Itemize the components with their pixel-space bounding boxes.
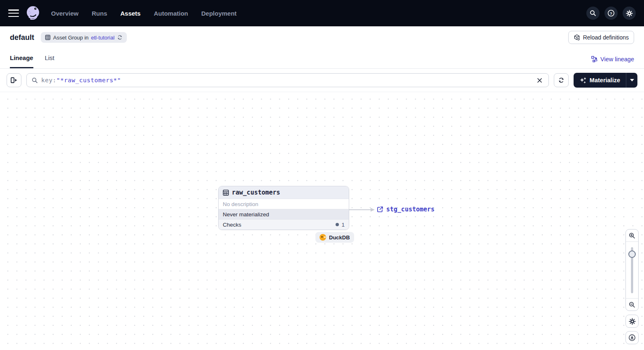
zoom-slider[interactable] <box>626 242 638 298</box>
materialize-dropdown-button[interactable] <box>626 73 637 88</box>
lineage-canvas[interactable]: raw_customers No description Never mater… <box>0 92 644 350</box>
help-button[interactable]: ? <box>604 7 618 20</box>
materialize-button[interactable]: Materialize <box>574 73 626 88</box>
filter-value-text: "*raw_customers*" <box>56 77 121 83</box>
lineage-toolbar: key:"*raw_customers*" Materialize <box>0 69 644 92</box>
top-navbar: Overview Runs Assets Automation Deployme… <box>0 0 644 26</box>
downstream-asset-stg-customers[interactable]: stg_customers <box>377 206 434 213</box>
reload-icon <box>574 34 580 41</box>
zoom-in-icon <box>629 232 635 239</box>
svg-text:?: ? <box>610 11 612 16</box>
asset-name: raw_customers <box>232 189 280 196</box>
asset-group-icon <box>45 35 51 40</box>
primary-nav: Overview Runs Assets Automation Deployme… <box>51 10 237 17</box>
zoom-slider-thumb[interactable] <box>628 250 636 258</box>
nav-item-runs[interactable]: Runs <box>92 10 107 17</box>
recenter-button[interactable] <box>625 331 639 344</box>
check-status-dot <box>336 223 339 226</box>
gear-icon <box>629 318 636 325</box>
tab-list[interactable]: List <box>45 54 54 68</box>
nav-item-deployment[interactable]: Deployment <box>201 10 237 17</box>
asset-status-row: Never materialized <box>219 209 349 219</box>
code-location-link[interactable]: etl-tutorial <box>91 35 114 41</box>
zoom-out-button[interactable] <box>626 298 638 311</box>
zoom-controls <box>625 229 639 311</box>
search-icon <box>590 10 596 16</box>
view-lineage-link[interactable]: View lineage <box>591 56 634 68</box>
tab-bar: Lineage List View lineage <box>0 49 644 69</box>
checks-count: 1 <box>341 222 345 228</box>
lineage-graph-icon <box>591 56 598 63</box>
search-icon <box>32 77 38 83</box>
asset-group-badge: Asset Group in etl-tutorial <box>41 32 127 43</box>
clear-filter-button[interactable] <box>535 76 544 85</box>
close-icon <box>537 78 542 83</box>
caret-down-icon <box>630 79 634 81</box>
zoom-in-button[interactable] <box>626 229 638 242</box>
nav-item-assets[interactable]: Assets <box>120 10 140 17</box>
lineage-edge <box>349 206 376 213</box>
reload-definitions-label: Reload definitions <box>583 34 629 41</box>
materialize-button-group: Materialize <box>574 73 637 88</box>
kind-tag-label: DuckDB <box>329 234 350 241</box>
toggle-sidebar-button[interactable] <box>7 73 21 87</box>
page-header: default Asset Group in etl-tutorial Relo… <box>0 26 644 49</box>
asset-filter-input[interactable]: key:"*raw_customers*" <box>26 73 549 87</box>
sync-icon[interactable] <box>117 35 123 40</box>
recenter-icon <box>628 334 636 341</box>
filter-key-text: key: <box>41 77 56 83</box>
dagster-logo[interactable] <box>25 5 42 22</box>
asset-node-raw-customers[interactable]: raw_customers No description Never mater… <box>218 186 349 230</box>
materialize-label: Materialize <box>590 77 620 83</box>
tab-lineage[interactable]: Lineage <box>10 54 33 68</box>
page-title: default <box>10 33 34 42</box>
reload-definitions-button[interactable]: Reload definitions <box>568 31 634 44</box>
asset-group-label: Asset Group in <box>53 35 89 41</box>
kind-tag-duckdb[interactable]: DuckDB <box>315 232 354 243</box>
menu-icon[interactable] <box>8 9 19 17</box>
asset-checks-row[interactable]: Checks 1 <box>219 219 349 229</box>
settings-button[interactable] <box>623 7 636 20</box>
duckdb-icon <box>320 234 326 241</box>
help-icon: ? <box>607 9 615 17</box>
panel-toggle-icon <box>10 77 18 83</box>
external-link-icon <box>377 206 383 213</box>
nav-item-overview[interactable]: Overview <box>51 10 79 17</box>
sync-icon <box>558 77 565 83</box>
asset-node-header[interactable]: raw_customers <box>219 186 349 199</box>
asset-description-row: No description <box>219 199 349 209</box>
zoom-out-icon <box>629 301 635 308</box>
gear-icon <box>626 10 633 17</box>
table-icon <box>223 190 229 196</box>
checks-label: Checks <box>223 222 241 228</box>
refresh-graph-button[interactable] <box>554 73 569 87</box>
nav-item-automation[interactable]: Automation <box>154 10 188 17</box>
search-button[interactable] <box>586 7 600 20</box>
graph-settings-button[interactable] <box>625 315 639 328</box>
view-lineage-label: View lineage <box>600 56 634 63</box>
sparkle-icon <box>579 77 586 84</box>
